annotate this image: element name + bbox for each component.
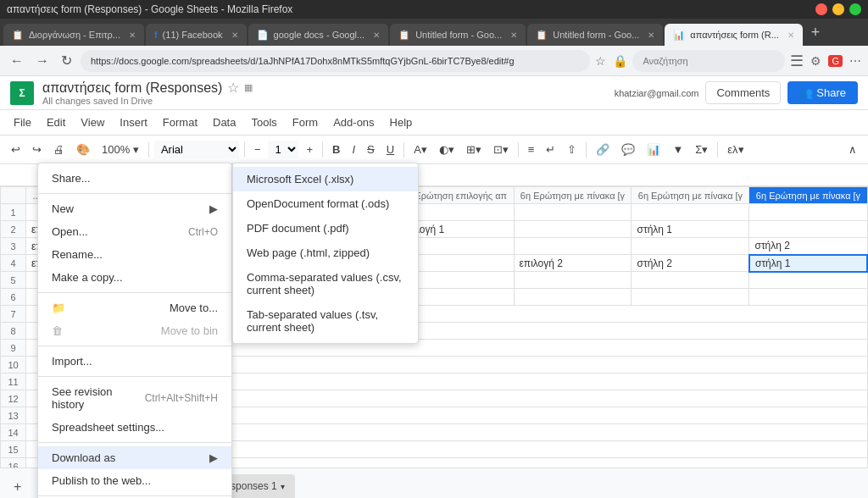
menu-item-open[interactable]: Open... Ctrl+O [38, 220, 231, 243]
ext-icon-1[interactable]: ☰ [790, 52, 804, 70]
ext-icon-3[interactable]: G [828, 55, 843, 67]
align-left-button[interactable]: ≡ [524, 141, 539, 158]
tab-5-close[interactable]: ✕ [648, 30, 654, 40]
submenu-item-tsv[interactable]: Tab-separated values (.tsv, current shee… [233, 302, 418, 340]
menu-item-settings[interactable]: Spreadsheet settings... [38, 416, 231, 439]
col-header-g[interactable]: 6η Ερώτηση με πίνακα [γ [632, 187, 749, 204]
menu-form[interactable]: Form [286, 113, 325, 132]
cell-g2[interactable]: στήλη 1 [632, 221, 749, 238]
border-button[interactable]: ⊞▾ [462, 141, 486, 158]
cell-g4[interactable]: στήλη 2 [632, 255, 749, 272]
paint-format-button[interactable]: 🎨 [72, 141, 94, 158]
font-size-select[interactable]: 10 [268, 141, 298, 158]
submenu-item-xlsx[interactable]: Microsoft Excel (.xlsx) [233, 167, 418, 191]
menu-item-copy[interactable]: Make a copy... [38, 266, 231, 289]
redo-button[interactable]: ↪ [28, 141, 46, 158]
refresh-button[interactable]: ↻ [58, 51, 75, 70]
text-wrap-button[interactable]: ↵ [542, 141, 559, 158]
url-input[interactable] [81, 50, 590, 72]
browser-tab-2[interactable]: f (11) Facebook ✕ [146, 24, 247, 46]
tab-3-close[interactable]: ✕ [373, 30, 380, 40]
back-button[interactable]: ← [7, 52, 27, 70]
cell-f5[interactable] [514, 272, 632, 289]
new-tab-button[interactable]: + [804, 24, 827, 42]
filter-button[interactable]: ▼ [668, 141, 687, 158]
menu-item-import[interactable]: Import... [38, 350, 231, 373]
bookmark-icon[interactable]: ☆ [595, 54, 606, 68]
menu-item-rename[interactable]: Rename... [38, 243, 231, 266]
tab-4-close[interactable]: ✕ [510, 30, 517, 40]
window-controls[interactable] [815, 3, 861, 15]
undo-button[interactable]: ↩ [7, 141, 25, 158]
cell-h6[interactable] [749, 289, 867, 306]
cell-f3[interactable] [514, 238, 632, 255]
fill-color-button[interactable]: ◐▾ [435, 141, 459, 158]
cell-g3[interactable] [632, 238, 749, 255]
cell-h2[interactable] [749, 221, 867, 238]
font-size-increase[interactable]: + [302, 141, 317, 158]
bold-button[interactable]: B [328, 141, 344, 158]
menu-insert[interactable]: Insert [113, 113, 154, 132]
col-header-f[interactable]: 6η Ερώτηση με πίνακα [γ [514, 187, 632, 204]
menu-item-publish[interactable]: Publish to the web... [38, 469, 231, 492]
font-select[interactable]: Arial [154, 141, 239, 158]
minimize-window-button[interactable] [832, 3, 844, 15]
cell-f1[interactable] [514, 204, 632, 221]
cell-g5[interactable] [632, 272, 749, 289]
collapse-toolbar[interactable]: ∧ [844, 141, 861, 158]
cell-f6[interactable] [514, 289, 632, 306]
browser-tab-5[interactable]: 📋 Untitled form - Goo... ✕ [527, 24, 663, 46]
cell-h3[interactable]: στήλη 2 [749, 238, 867, 255]
menu-edit[interactable]: Edit [40, 113, 72, 132]
cell-h4[interactable]: στήλη 1 [749, 255, 867, 272]
print-button[interactable]: 🖨 [49, 141, 69, 158]
tab-1-close[interactable]: ✕ [129, 30, 136, 40]
cell-g6[interactable] [632, 289, 749, 306]
browser-tab-3[interactable]: 📄 google docs - Googl... ✕ [248, 24, 389, 46]
underline-button[interactable]: U [382, 141, 398, 158]
browser-tab-6[interactable]: 📊 απαντήσεις form (R... ✕ [665, 24, 802, 46]
font-size-decrease[interactable]: − [250, 141, 265, 158]
browser-search-input[interactable] [632, 50, 785, 72]
comments-button[interactable]: Comments [705, 81, 781, 104]
chart-button[interactable]: 📊 [643, 141, 665, 158]
menu-help[interactable]: Help [383, 113, 420, 132]
share-button[interactable]: 👥 Share [787, 81, 858, 104]
vertical-align-button[interactable]: ⇧ [563, 141, 581, 158]
close-window-button[interactable] [815, 3, 827, 15]
zoom-button[interactable]: 100% ▾ [97, 141, 143, 158]
submenu-item-csv[interactable]: Comma-separated values (.csv, current sh… [233, 265, 418, 302]
tab-6-close[interactable]: ✕ [787, 30, 794, 40]
menu-view[interactable]: View [74, 113, 111, 132]
menu-item-share[interactable]: Share... [38, 167, 231, 190]
forward-button[interactable]: → [32, 52, 53, 70]
strikethrough-button[interactable]: S [363, 141, 379, 158]
menu-item-revision[interactable]: See revision history Ctrl+Alt+Shift+H [38, 380, 231, 416]
menu-tools[interactable]: Tools [244, 113, 283, 132]
star-icon[interactable]: ☆ [227, 80, 239, 96]
function-button[interactable]: Σ▾ [691, 141, 712, 158]
merge-button[interactable]: ⊡▾ [489, 141, 513, 158]
submenu-item-pdf[interactable]: PDF document (.pdf) [233, 216, 418, 241]
comment-button[interactable]: 💬 [617, 141, 639, 158]
browser-tab-1[interactable]: 📋 Διοργάνωση - Επιτρ... ✕ [3, 24, 144, 46]
italic-button[interactable]: I [348, 141, 359, 158]
ext-icon-4[interactable]: ⋯ [849, 54, 861, 68]
cell-h1[interactable] [749, 204, 867, 221]
cell-f4[interactable]: επιλογή 2 [514, 255, 632, 272]
link-button[interactable]: 🔗 [592, 141, 614, 158]
menu-item-moveto[interactable]: 📁 Move to... [38, 296, 231, 319]
ext-icon-2[interactable]: ⚙ [810, 54, 821, 68]
menu-data[interactable]: Data [206, 113, 242, 132]
text-color-button[interactable]: A▾ [409, 141, 431, 158]
col-header-h[interactable]: 6η Ερώτηση με πίνακα [γ [749, 187, 867, 204]
sheet-tab-2-dropdown[interactable]: ▾ [281, 482, 285, 491]
tab-2-close[interactable]: ✕ [231, 30, 238, 40]
cell-g1[interactable] [632, 204, 749, 221]
browser-tab-4[interactable]: 📋 Untitled form - Goo... ✕ [390, 24, 526, 46]
menu-file[interactable]: File [7, 113, 38, 132]
input-tools-button[interactable]: ελ▾ [723, 141, 748, 158]
menu-addons[interactable]: Add-ons [326, 113, 381, 132]
submenu-item-html[interactable]: Web page (.html, zipped) [233, 241, 418, 265]
menu-format[interactable]: Format [156, 113, 204, 132]
